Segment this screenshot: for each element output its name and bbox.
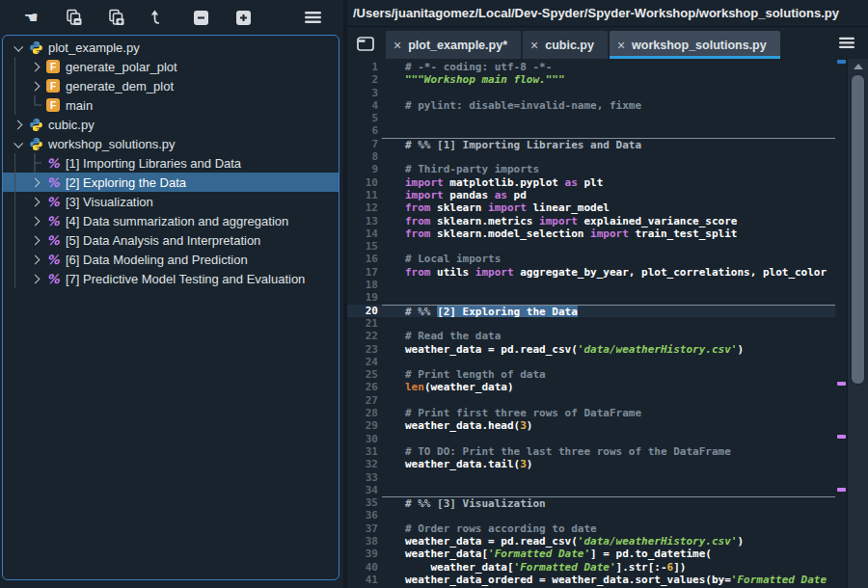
editor-tab[interactable]: ×cubic.py xyxy=(523,31,608,59)
editor-options-button[interactable] xyxy=(835,32,858,55)
code-line[interactable]: 29weather_data.head(3) xyxy=(347,419,835,432)
outline-item[interactable]: Fgenerate_dem_plot xyxy=(3,76,339,95)
code-line[interactable]: 41weather_data_ordered = weather_data.so… xyxy=(347,574,835,586)
scroll-flag[interactable] xyxy=(837,435,846,439)
outline-item[interactable]: %[4] Data summarization and aggregation xyxy=(3,211,339,230)
expand-section-button[interactable] xyxy=(95,5,137,30)
code-line[interactable]: 7# %% [1] Importing Libraries and Data xyxy=(347,138,835,150)
code-editor[interactable]: 1# -*- coding: utf-8 -*-2"""Workshop mai… xyxy=(347,59,868,588)
line-number[interactable]: 29 xyxy=(347,419,382,432)
editor-tab[interactable]: ×plot_example.py* xyxy=(386,31,521,59)
code-line[interactable]: 23weather_data = pd.read_csv('data/weath… xyxy=(347,343,835,356)
code-line[interactable]: 34 xyxy=(347,484,835,496)
line-number[interactable]: 14 xyxy=(347,227,382,240)
code-line[interactable]: 15 xyxy=(347,240,835,253)
collapse-all-button[interactable] xyxy=(179,5,222,30)
code-line[interactable]: 12from sklearn import linear_model xyxy=(347,201,835,214)
line-number[interactable]: 31 xyxy=(347,445,382,458)
code-line[interactable]: 22# Read the data xyxy=(347,330,835,342)
tree-marker[interactable] xyxy=(26,153,43,173)
line-number[interactable]: 33 xyxy=(347,471,382,484)
line-number[interactable]: 12 xyxy=(347,201,382,214)
line-number[interactable]: 22 xyxy=(347,330,382,342)
code-line[interactable]: 35# %% [3] Visualization xyxy=(347,496,835,509)
code-line[interactable]: 27 xyxy=(347,394,835,407)
tree-marker[interactable] xyxy=(26,173,43,192)
code-area[interactable]: 1# -*- coding: utf-8 -*-2"""Workshop mai… xyxy=(347,61,835,586)
line-number[interactable]: 15 xyxy=(347,240,382,253)
code-line[interactable]: 1# -*- coding: utf-8 -*- xyxy=(347,61,835,73)
line-number[interactable]: 10 xyxy=(347,176,382,189)
code-line[interactable]: 21 xyxy=(347,317,835,330)
code-line[interactable]: 2"""Workshop main flow.""" xyxy=(347,73,835,86)
outline-item[interactable]: plot_example.py xyxy=(3,38,339,57)
collapse-section-button[interactable] xyxy=(52,5,95,30)
code-line[interactable]: 19 xyxy=(347,291,835,304)
code-line[interactable]: 32weather_data.tail(3) xyxy=(347,458,835,470)
code-line[interactable]: 3 xyxy=(347,87,835,99)
line-number[interactable]: 6 xyxy=(347,124,382,137)
line-number[interactable]: 36 xyxy=(347,509,382,521)
line-number[interactable]: 40 xyxy=(347,561,382,574)
code-line[interactable]: 37# Order rows according to date xyxy=(347,522,835,535)
code-line[interactable]: 28# Print first three rows of DataFrame xyxy=(347,407,835,419)
line-number[interactable]: 13 xyxy=(347,215,382,227)
line-number[interactable]: 16 xyxy=(347,253,382,265)
line-number[interactable]: 35 xyxy=(347,496,382,509)
code-line[interactable]: 11import pandas as pd xyxy=(347,189,835,201)
line-number[interactable]: 25 xyxy=(347,368,382,381)
close-tab-icon[interactable]: × xyxy=(530,38,538,53)
line-number[interactable]: 11 xyxy=(347,189,382,201)
tree-marker[interactable] xyxy=(26,211,43,230)
tree-marker[interactable] xyxy=(26,269,43,288)
tree-marker[interactable] xyxy=(26,95,43,115)
outline-options-button[interactable] xyxy=(291,5,334,30)
close-tab-icon[interactable]: × xyxy=(393,38,401,53)
line-number[interactable]: 9 xyxy=(347,163,382,175)
line-number[interactable]: 8 xyxy=(347,150,382,163)
line-number[interactable]: 19 xyxy=(347,291,382,304)
line-number[interactable]: 3 xyxy=(347,87,382,99)
code-line[interactable]: 14from sklearn.model_selection import tr… xyxy=(347,227,835,240)
code-line[interactable]: 26len(weather_data) xyxy=(347,381,835,393)
line-number[interactable]: 24 xyxy=(347,356,382,368)
tree-marker[interactable] xyxy=(26,250,43,269)
code-line[interactable]: 18 xyxy=(347,279,835,291)
code-line[interactable]: 6 xyxy=(347,124,835,137)
outline-item[interactable]: Fgenerate_polar_plot xyxy=(3,57,339,76)
tree-marker[interactable] xyxy=(26,192,43,211)
outline-item[interactable]: %[7] Predictive Model Testing and Evalua… xyxy=(3,269,339,288)
line-number[interactable]: 38 xyxy=(347,535,382,548)
code-line[interactable]: 8 xyxy=(347,150,835,163)
line-number[interactable]: 1 xyxy=(347,61,382,73)
editor-tab[interactable]: ×workshop_solutions.py xyxy=(610,31,780,59)
code-line[interactable]: 20# %% [2] Exploring the Data xyxy=(347,305,835,317)
outline-item[interactable]: workshop_solutions.py xyxy=(3,134,339,153)
code-line[interactable]: 24 xyxy=(347,356,835,368)
outline-item[interactable]: %[1] Importing Libraries and Data xyxy=(3,153,339,173)
scrollbar-thumb[interactable] xyxy=(851,74,865,385)
line-number[interactable]: 21 xyxy=(347,317,382,330)
outline-item[interactable]: %[6] Data Modeling and Prediction xyxy=(3,250,339,269)
code-line[interactable]: 13from sklearn.metrics import explained_… xyxy=(347,215,835,227)
tree-marker[interactable] xyxy=(26,76,43,95)
scrollbar-up-arrow[interactable] xyxy=(854,64,863,69)
code-line[interactable]: 10import matplotlib.pyplot as plt xyxy=(347,176,835,189)
line-number[interactable]: 37 xyxy=(347,522,382,535)
line-number[interactable]: 2 xyxy=(347,73,382,86)
tree-marker[interactable] xyxy=(26,230,43,250)
outline-item[interactable]: %[2] Exploring the Data xyxy=(3,173,339,192)
tree-marker[interactable] xyxy=(9,134,26,153)
line-number[interactable]: 23 xyxy=(347,343,382,356)
tree-marker[interactable] xyxy=(26,57,43,76)
code-line[interactable]: 17from utils import aggregate_by_year, p… xyxy=(347,266,835,279)
tree-marker[interactable] xyxy=(9,38,26,57)
tree-marker[interactable] xyxy=(9,115,26,134)
expand-all-button[interactable] xyxy=(222,5,264,30)
outline-item[interactable]: cubic.py xyxy=(3,115,339,134)
go-to-parent-button[interactable] xyxy=(137,5,179,30)
go-to-cursor-button[interactable]: ☚ xyxy=(10,5,52,30)
code-line[interactable]: 16# Local imports xyxy=(347,253,835,265)
close-tab-icon[interactable]: × xyxy=(617,38,625,53)
code-line[interactable]: 40 weather_data['Formatted Date'].str[:-… xyxy=(347,561,835,574)
